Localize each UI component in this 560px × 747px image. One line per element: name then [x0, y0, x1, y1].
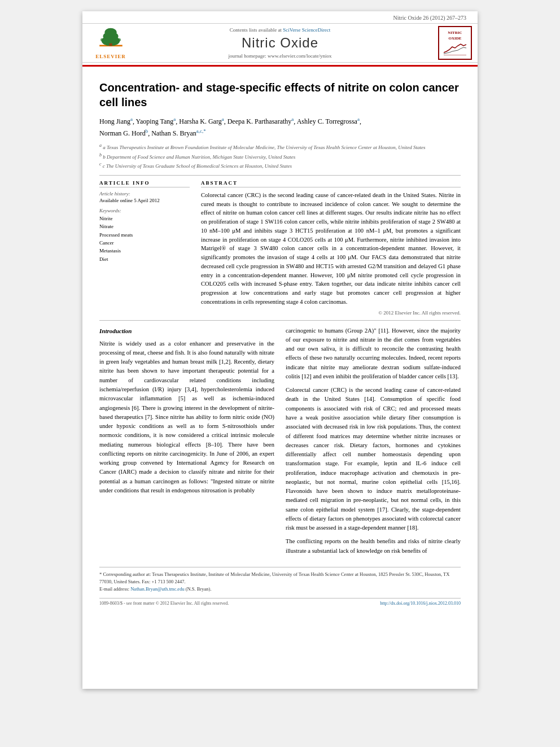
banner-center: Contents lists available at SciVerse Sci… [133, 27, 427, 59]
intro-para-2: carcinogenic to humans (Group 2A)" [11].… [286, 326, 461, 382]
elsevier-tree-icon [95, 27, 126, 53]
article-info-heading: ARTICLE INFO [99, 180, 190, 187]
nitric-oxide-logo-container: NITRICOXIDE [427, 26, 472, 60]
authors-line: Hong Jianga, Yaoping Tanga, Harsha K. Ga… [99, 115, 461, 139]
body-columns: Introduction Nitrite is widely used as a… [99, 326, 461, 560]
divider [99, 175, 461, 176]
keywords-list: Nitrite Nitrate Processed meats Cancer M… [99, 215, 190, 263]
svg-point-5 [100, 38, 103, 41]
svg-rect-4 [109, 43, 112, 46]
keyword-diet: Diet [99, 255, 190, 263]
elsevier-logo: ELSEVIER [88, 27, 133, 59]
keywords-label: Keywords: [99, 208, 190, 213]
elsevier-logo-container: ELSEVIER [88, 27, 133, 59]
sciverse-link[interactable]: SciVerse ScienceDirect [283, 27, 330, 33]
doi-link[interactable]: http://dx.doi.org/10.1016/j.niox.2012.03… [380, 601, 461, 606]
info-abstract-cols: ARTICLE INFO Article history: Available … [99, 180, 461, 316]
introduction-heading: Introduction [99, 326, 274, 336]
history-label: Article history: [99, 191, 190, 196]
elsevier-text: ELSEVIER [95, 54, 126, 59]
intro-para-3: Colorectal cancer (CRC) is the second le… [286, 386, 461, 532]
abstract-text: Colorectal cancer (CRC) is the second le… [201, 191, 461, 307]
keyword-cancer: Cancer [99, 239, 190, 247]
affiliation-c: c c The University of Texas Graduate Sch… [99, 161, 461, 171]
intro-para-4: The conflicting reports on the health be… [286, 537, 461, 556]
sciverse-line: Contents lists available at SciVerse Sci… [133, 27, 427, 33]
affiliation-b: b b Department of Food Science and Human… [99, 152, 461, 161]
keyword-nitrate: Nitrate [99, 222, 190, 230]
nitric-oxide-logo: NITRICOXIDE [438, 26, 472, 60]
journal-homepage: journal homepage: www.elsevier.com/locat… [133, 53, 427, 59]
affiliations: a a Texas Therapeutics Institute at Brow… [99, 142, 461, 171]
body-left-col: Introduction Nitrite is widely used as a… [99, 326, 274, 560]
copyright: © 2012 Elsevier Inc. All rights reserved… [201, 310, 461, 316]
keyword-nitrite: Nitrite [99, 215, 190, 222]
keyword-processed-meats: Processed meats [99, 231, 190, 239]
page: Nitric Oxide 26 (2012) 267–273 ELSEVIER [82, 11, 478, 689]
intro-para-1: Nitrite is widely used as a color enhanc… [99, 339, 274, 496]
article-info-col: ARTICLE INFO Article history: Available … [99, 180, 190, 316]
available-online: Available online 5 April 2012 [99, 198, 190, 203]
affiliation-a: a a Texas Therapeutics Institute at Brow… [99, 142, 461, 152]
article-title: Concentration- and stage-specific effect… [99, 80, 461, 110]
body-right-col: carcinogenic to humans (Group 2A)" [11].… [286, 326, 461, 560]
bottom-bar: 1089-8603/$ - see front matter © 2012 El… [99, 598, 461, 606]
journal-reference: Nitric Oxide 26 (2012) 267–273 [393, 15, 466, 21]
journal-title-banner: Nitric Oxide [133, 35, 427, 51]
journal-banner: ELSEVIER Contents lists available at Sci… [82, 23, 478, 63]
keyword-metastasis: Metastasis [99, 247, 190, 255]
abstract-col: ABSTRACT Colorectal cancer (CRC) is the … [201, 180, 461, 316]
footnote-section: * Corresponding author at: Texas Therape… [99, 567, 461, 592]
svg-point-6 [117, 38, 120, 41]
email-footnote: E-mail address: Nathan.Bryan@uth.tmc.edu… [99, 586, 461, 593]
journal-header: Nitric Oxide 26 (2012) 267–273 [82, 11, 478, 21]
no-logo-text: NITRICOXIDE [448, 30, 462, 41]
email-link[interactable]: Nathan.Bryan@uth.tmc.edu [130, 586, 184, 592]
divider-2 [99, 320, 461, 321]
corresponding-author-footnote: * Corresponding author at: Texas Therape… [99, 571, 461, 586]
article-content: Concentration- and stage-specific effect… [82, 67, 478, 617]
no-logo-chart-icon [444, 41, 466, 55]
abstract-heading: ABSTRACT [201, 180, 461, 187]
issn-text: 1089-8603/$ - see front matter © 2012 El… [99, 601, 229, 606]
